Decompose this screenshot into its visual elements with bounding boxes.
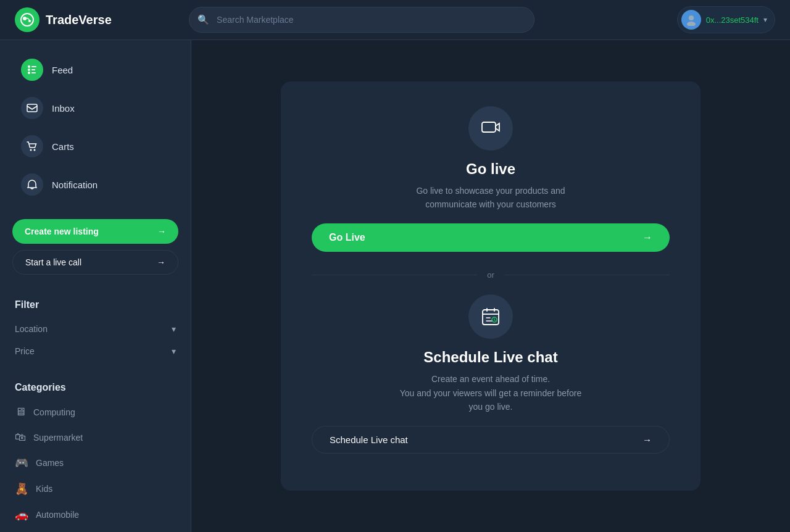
category-games[interactable]: 🎮 Games	[15, 450, 176, 476]
search-input[interactable]	[189, 7, 534, 33]
go-live-button[interactable]: Go Live →	[312, 223, 670, 252]
chevron-down-icon: ▾	[172, 346, 176, 356]
start-live-arrow: →	[157, 257, 165, 267]
user-menu[interactable]: 0x...23set534ft ▾	[677, 6, 775, 33]
schedule-title: Schedule Live chat	[423, 349, 557, 366]
filter-price[interactable]: Price ▾	[15, 340, 176, 362]
computing-icon: 🖥	[15, 405, 26, 418]
category-automobile[interactable]: 🚗 Automobile	[15, 502, 176, 528]
category-kids[interactable]: 🧸 Kids	[15, 476, 176, 502]
main-layout: Feed Inbox	[0, 40, 790, 532]
svg-rect-14	[482, 122, 496, 132]
sidebar-item-feed-label: Feed	[52, 65, 73, 75]
svg-rect-15	[483, 310, 499, 325]
schedule-icon-circle	[468, 294, 513, 339]
go-live-icon-circle	[468, 106, 513, 151]
category-games-label: Games	[36, 458, 64, 468]
create-listing-button[interactable]: Create new listing →	[12, 219, 178, 244]
carts-icon	[21, 135, 43, 157]
go-live-title: Go live	[466, 160, 515, 178]
sidebar-item-notification-label: Notification	[52, 180, 98, 190]
filter-location-label: Location	[15, 324, 48, 334]
go-live-button-arrow: →	[642, 232, 652, 243]
category-automobile-label: Automobile	[36, 510, 79, 520]
category-supermarket-label: Supermarket	[33, 433, 83, 443]
filter-section: Filter Location ▾ Price ▾	[0, 289, 191, 372]
live-options-card: Go live Go live to showcase your product…	[281, 81, 701, 491]
divider-line-right	[504, 275, 670, 275]
sidebar-item-notification[interactable]: Notification	[6, 166, 185, 203]
categories-title: Categories	[15, 382, 176, 393]
logo-icon	[15, 7, 40, 32]
categories-section: Categories 🖥 Computing 🛍 Supermarket 🎮 G…	[0, 377, 191, 532]
category-computing-label: Computing	[33, 407, 75, 417]
svg-point-3	[689, 15, 694, 20]
logo-area: TradeVerse	[15, 7, 112, 32]
app-name: TradeVerse	[46, 13, 112, 27]
category-computing[interactable]: 🖥 Computing	[15, 399, 176, 425]
sidebar-item-inbox-label: Inbox	[52, 103, 75, 114]
feed-icon	[21, 59, 43, 81]
start-live-label: Start a live call	[25, 257, 81, 267]
svg-rect-8	[31, 66, 36, 67]
chevron-down-icon: ▾	[763, 15, 767, 24]
search-bar[interactable]: 🔍	[189, 7, 534, 33]
sidebar-item-inbox[interactable]: Inbox	[6, 89, 185, 127]
sidebar: Feed Inbox	[0, 40, 191, 532]
schedule-live-chat-button[interactable]: Schedule Live chat →	[312, 426, 670, 454]
start-live-call-button[interactable]: Start a live call →	[12, 250, 178, 275]
supermarket-icon: 🛍	[15, 431, 26, 444]
category-sports[interactable]: 🔍 Sports	[15, 528, 176, 532]
sidebar-item-carts[interactable]: Carts	[6, 128, 185, 165]
svg-point-5	[28, 65, 30, 68]
go-live-button-label: Go Live	[329, 232, 365, 243]
svg-point-7	[28, 72, 30, 74]
avatar	[681, 10, 701, 30]
svg-rect-9	[31, 69, 35, 70]
inbox-icon	[21, 97, 43, 119]
top-navigation: TradeVerse 🔍 0x...23set534ft ▾	[0, 0, 790, 40]
search-icon: 🔍	[198, 14, 209, 25]
go-live-description: Go live to showcase your products and co…	[392, 184, 589, 212]
svg-point-12	[30, 149, 32, 151]
filter-price-label: Price	[15, 346, 35, 356]
main-content: Go live Go live to showcase your product…	[191, 40, 790, 532]
svg-rect-11	[27, 104, 37, 112]
create-listing-arrow: →	[157, 227, 166, 236]
notification-icon	[21, 173, 43, 196]
svg-point-6	[28, 69, 30, 71]
sidebar-item-feed[interactable]: Feed	[6, 51, 185, 88]
schedule-section: Schedule Live chat Create an event ahead…	[312, 294, 670, 454]
user-address: 0x...23set534ft	[706, 15, 759, 25]
category-supermarket[interactable]: 🛍 Supermarket	[15, 425, 176, 450]
sidebar-item-carts-label: Carts	[52, 141, 74, 152]
sidebar-action-buttons: Create new listing → Start a live call →	[0, 214, 191, 285]
or-text: or	[487, 270, 494, 280]
create-listing-label: Create new listing	[25, 227, 99, 236]
svg-point-0	[21, 14, 33, 26]
kids-icon: 🧸	[15, 482, 28, 496]
filter-location[interactable]: Location ▾	[15, 318, 176, 340]
svg-point-13	[34, 149, 36, 151]
filter-title: Filter	[15, 299, 176, 310]
games-icon: 🎮	[15, 456, 28, 470]
category-kids-label: Kids	[36, 484, 52, 494]
schedule-button-arrow: →	[642, 434, 652, 445]
go-live-section: Go live Go live to showcase your product…	[312, 106, 670, 252]
or-divider: or	[312, 270, 670, 280]
divider-line-left	[312, 275, 477, 275]
schedule-description: Create an event ahead of time. You and y…	[392, 372, 589, 414]
schedule-button-label: Schedule Live chat	[330, 434, 408, 445]
chevron-down-icon: ▾	[172, 324, 176, 334]
automobile-icon: 🚗	[15, 508, 28, 522]
nav-items: Feed Inbox	[0, 40, 191, 214]
svg-point-4	[687, 22, 696, 26]
svg-rect-10	[31, 72, 36, 73]
